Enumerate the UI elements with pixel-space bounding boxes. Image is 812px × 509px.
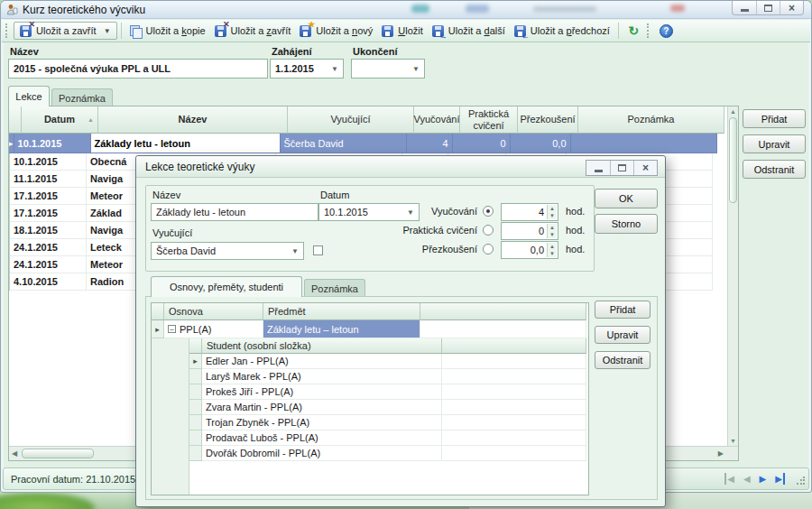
nazev-input[interactable]: 2015 - společná výuka PPL a ULL [8, 59, 268, 79]
toolbar-grip[interactable] [647, 23, 651, 38]
prezkouseni-radio[interactable] [483, 244, 494, 255]
lesson-dialog: Lekce teoretické výuky × Název Základy l… [135, 155, 666, 507]
upravit-button[interactable]: Upravit [743, 134, 806, 153]
dialog-odstranit-button[interactable]: Odstranit [595, 351, 651, 369]
cell-vyucujici[interactable]: Ščerba David [281, 134, 407, 153]
first-record-icon[interactable]: ◀ [724, 473, 734, 485]
save-and-new-button[interactable]: ★ Uložit a nový [295, 22, 377, 40]
toolbar-grip[interactable] [5, 23, 9, 38]
prezkouseni-spinner[interactable]: 0,0▲▼ [501, 241, 558, 259]
last-record-icon[interactable]: ▶ [775, 473, 785, 485]
scroll-up-icon[interactable]: ▲ [728, 108, 738, 115]
horizontal-scrollbar-thumb[interactable] [22, 449, 94, 458]
maximize-icon [764, 5, 772, 12]
student-row[interactable]: Prokeš Jiří - PPL(A) [189, 384, 588, 400]
save-and-previous-button[interactable]: ← Uložit a předchozí [510, 22, 614, 40]
tab-poznamka[interactable]: Poznámka [51, 88, 113, 106]
dialog-vyucujici-combobox[interactable]: Ščerba David▼ [151, 242, 304, 260]
chevron-down-icon: ▼ [412, 65, 420, 73]
save-copy-button[interactable]: Uložit a kopie [125, 22, 210, 40]
close-button[interactable]: × [780, 1, 803, 14]
background-artifact [670, 5, 685, 12]
scroll-down-icon[interactable]: ▼ [728, 438, 738, 444]
cell-datum[interactable]: 10.1.2015 [14, 134, 91, 153]
student-row[interactable]: Laryš Marek - PPL(A) [189, 369, 588, 384]
minimize-button[interactable] [733, 1, 756, 14]
spinner-arrows-icon[interactable]: ▲▼ [547, 205, 557, 219]
background-artifact [466, 5, 489, 13]
column-header-vyucujici[interactable]: Vyučující [288, 106, 414, 134]
dialog-nazev-input[interactable]: Základy letu - letoun [151, 203, 318, 221]
close-button[interactable]: × [633, 161, 657, 175]
spinner-arrows-icon[interactable]: ▲▼ [547, 224, 557, 238]
window-controls: × [732, 1, 804, 15]
next-record-icon[interactable]: ▶ [760, 473, 767, 485]
minimize-button[interactable] [586, 161, 610, 175]
scroll-left-icon[interactable]: ◀ [12, 449, 17, 458]
column-header-predmet[interactable]: Předmět [263, 303, 420, 320]
column-header-prakticka[interactable]: Praktická cvičení [460, 106, 518, 134]
cell-vyucovani[interactable]: 4 [407, 134, 453, 153]
previous-record-icon[interactable]: ◀ [743, 473, 751, 485]
vyucujici-checkbox[interactable] [313, 245, 323, 255]
column-header-prezkouseni[interactable]: Přezkoušení [518, 106, 578, 134]
student-row[interactable]: Dvořák Dobromil - PPL(A) [189, 446, 588, 461]
ukonceni-combobox[interactable]: ▼ [351, 59, 425, 79]
osnova-row[interactable]: ▸ –PPL(A) Základy letu – letoun [152, 320, 588, 338]
cell-nazev-editor[interactable]: Základy letu - letoun [91, 134, 281, 153]
tab-osnovy[interactable]: Osnovy, přeměty, studenti [151, 276, 302, 297]
vyucovani-spinner[interactable]: 4▲▼ [501, 203, 558, 221]
help-button[interactable]: ? [655, 22, 678, 40]
vyucovani-radio[interactable] [483, 206, 494, 217]
column-header-nazev[interactable]: Název [98, 106, 288, 134]
dialog-pridat-button[interactable]: Přidat [595, 301, 651, 319]
odstranit-button[interactable]: Odstranit [743, 160, 806, 179]
table-row-selected[interactable]: ▸ 10.1.2015 Základy letu - letoun Ščerba… [9, 134, 738, 153]
column-header-osnova[interactable]: Osnova [164, 303, 263, 320]
student-row[interactable]: Trojan Zbyněk - PPL(A) [189, 415, 588, 430]
column-header-vyucovani[interactable]: Vyučování [414, 106, 460, 134]
dialog-upravit-button[interactable]: Upravit [595, 326, 651, 344]
column-header-datum[interactable]: Datum▲ [22, 106, 98, 134]
vertical-scrollbar-thumb[interactable] [729, 117, 737, 203]
pridat-button[interactable]: Přidat [743, 109, 806, 128]
column-header-poznamka[interactable]: Poznámka [578, 106, 724, 134]
nazev-label: Název [10, 46, 39, 57]
prakticka-radio[interactable] [483, 225, 494, 236]
save-close-icon: ✕ [20, 25, 32, 37]
toolbar: ✕ Uložit a zavřít ▼ Uložit a kopie ✕ Ulo… [2, 20, 810, 42]
dialog-titlebar[interactable]: Lekce teoretické výuky × [136, 156, 665, 178]
save-and-close-split-button[interactable]: ✕ Uložit a zavřít ▼ [14, 22, 117, 40]
button-label: Uložit a kopie [146, 25, 206, 36]
student-row[interactable]: Zvara Martin - PPL(A) [189, 400, 588, 415]
cell-prakticka[interactable]: 0 [453, 134, 511, 153]
cell-prezkouseni[interactable]: 0,0 [511, 134, 571, 153]
predmet-cell-selected[interactable]: Základy letu – letoun [263, 320, 420, 338]
student-row[interactable]: Prodavač Luboš - PPL(A) [189, 430, 588, 446]
zahajeni-combobox[interactable]: 1.1.2015▼ [270, 59, 344, 79]
refresh-icon [627, 23, 641, 38]
tab-lekce[interactable]: Lekce [8, 86, 50, 106]
cell-poznamka[interactable] [571, 134, 717, 153]
maximize-button[interactable] [756, 1, 780, 14]
refresh-button[interactable] [623, 22, 645, 40]
student-row[interactable]: ▸Edler Jan - PPL(A) [189, 354, 588, 369]
resize-grip[interactable] [796, 477, 805, 486]
collapse-icon[interactable]: – [168, 325, 176, 333]
spinner-arrows-icon[interactable]: ▲▼ [547, 243, 557, 257]
ok-button[interactable]: OK [595, 189, 658, 208]
vertical-scrollbar[interactable]: ▲ ▼ [727, 106, 738, 446]
maximize-button[interactable] [610, 161, 633, 175]
main-titlebar[interactable]: Kurz teoretického výcviku × [1, 1, 811, 19]
scroll-right-icon[interactable]: ▶ [718, 449, 724, 458]
prakticka-spinner[interactable]: 0▲▼ [501, 222, 558, 240]
save-and-next-button[interactable]: → Uložit a další [428, 22, 510, 40]
minimize-icon [595, 170, 603, 172]
save-button[interactable]: Uložit [377, 22, 428, 40]
column-header-student[interactable]: Student (osobní složka) [202, 338, 442, 354]
hod-label: hod. [566, 206, 585, 217]
tab-dialog-poznamka[interactable]: Poznámka [304, 279, 365, 297]
button-label: Uložit a další [448, 25, 505, 36]
save-and-close-button[interactable]: ✕ Uložit a zavřít [210, 22, 296, 40]
storno-button[interactable]: Storno [595, 214, 658, 234]
